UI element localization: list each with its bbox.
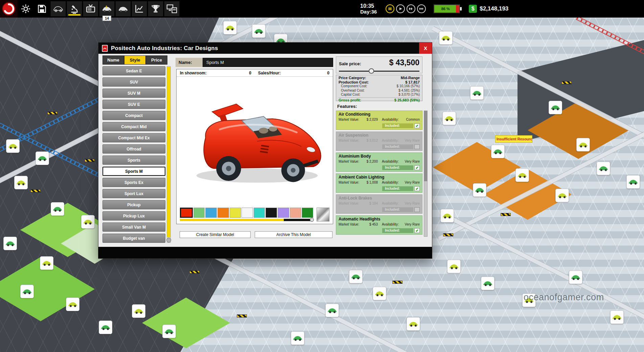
vehicles-button[interactable] bbox=[115, 1, 131, 17]
body-type-sports-ex[interactable]: Sports Ex bbox=[102, 178, 165, 187]
fastest-button[interactable] bbox=[417, 4, 426, 13]
body-type-small-van-m[interactable]: Small Van M bbox=[102, 222, 165, 232]
body-type-offroad[interactable]: Offroad bbox=[102, 144, 165, 154]
create-similar-model-button[interactable]: Create Similar Model bbox=[180, 231, 251, 238]
body-list-scrollbar[interactable] bbox=[167, 66, 171, 243]
factory-vehicle-tile[interactable] bbox=[626, 175, 640, 189]
body-type-compact-mid[interactable]: Compact Mid bbox=[102, 122, 165, 131]
body-type-suv-e[interactable]: SUV E bbox=[102, 100, 165, 109]
paint-swatch-1[interactable] bbox=[193, 208, 205, 218]
stats-button[interactable] bbox=[132, 1, 147, 17]
tab-name[interactable]: Name bbox=[102, 55, 124, 65]
displays-button[interactable] bbox=[164, 1, 180, 17]
tab-style[interactable]: Style bbox=[124, 55, 146, 65]
factory-vehicle-tile[interactable] bbox=[81, 215, 95, 229]
factory-vehicle-tile[interactable] bbox=[40, 256, 53, 270]
paint-swatch-2[interactable] bbox=[205, 208, 217, 218]
close-button[interactable]: X bbox=[419, 43, 432, 54]
paint-swatch-4[interactable] bbox=[230, 208, 241, 218]
factory-vehicle-tile[interactable] bbox=[442, 112, 456, 125]
paint-slider-knob[interactable] bbox=[310, 218, 314, 222]
factory-vehicle-tile[interactable] bbox=[610, 310, 624, 324]
factory-vehicle-tile[interactable] bbox=[3, 237, 17, 250]
app-logo-icon[interactable] bbox=[0, 0, 18, 18]
factory-vehicle-tile[interactable] bbox=[36, 151, 49, 165]
paint-swatch-8[interactable] bbox=[278, 208, 289, 218]
factory-vehicle-tile[interactable] bbox=[51, 202, 64, 216]
sale-price-slider[interactable] bbox=[339, 71, 419, 72]
car-design-button[interactable] bbox=[50, 1, 66, 17]
factory-vehicle-tile[interactable] bbox=[252, 24, 266, 38]
body-type-sedan-e[interactable]: Sedan E bbox=[102, 66, 165, 75]
body-type-compact[interactable]: Compact bbox=[102, 111, 165, 120]
factory-vehicle-tile[interactable] bbox=[99, 321, 112, 334]
save-button[interactable] bbox=[34, 1, 50, 17]
factory-vehicle-tile[interactable] bbox=[470, 86, 484, 100]
factory-vehicle-tile[interactable] bbox=[440, 209, 454, 222]
stats-row: In showroom: 0 Sales/Hour: 0 bbox=[177, 69, 333, 77]
paint-slider[interactable] bbox=[180, 219, 313, 221]
features-scrollbar[interactable] bbox=[424, 111, 428, 237]
feature-included-checkbox[interactable]: ✔ bbox=[414, 186, 420, 191]
paint-swatch-3[interactable] bbox=[217, 208, 229, 218]
factory-vehicle-tile[interactable] bbox=[20, 285, 34, 298]
showroom-button[interactable]: $14 bbox=[99, 1, 115, 17]
factory-vehicle-tile[interactable] bbox=[515, 168, 529, 182]
feature-included-checkbox[interactable]: ✔ bbox=[414, 165, 420, 170]
research-button[interactable] bbox=[67, 1, 82, 17]
paint-swatch-9[interactable] bbox=[290, 208, 301, 218]
paint-swatch-10[interactable] bbox=[302, 208, 313, 218]
factory-vehicle-tile[interactable] bbox=[325, 304, 339, 317]
paint-swatch-6[interactable] bbox=[254, 208, 265, 218]
archive-model-button[interactable]: Archive This Model bbox=[255, 231, 332, 238]
settings-button[interactable] bbox=[18, 1, 33, 17]
sale-price-slider-knob[interactable] bbox=[369, 68, 374, 74]
tab-price[interactable]: Price bbox=[146, 55, 167, 65]
body-type-suv[interactable]: SUV bbox=[102, 77, 165, 87]
body-type-suv-m[interactable]: SUV M bbox=[102, 89, 165, 98]
factory-vehicle-tile[interactable] bbox=[491, 145, 505, 158]
pause-button[interactable] bbox=[386, 4, 394, 13]
marketing-button[interactable] bbox=[83, 1, 98, 17]
factory-vehicle-tile[interactable] bbox=[291, 331, 304, 345]
feature-included-checkbox[interactable]: ✔ bbox=[414, 123, 420, 128]
factory-vehicle-tile[interactable] bbox=[473, 183, 486, 197]
factory-vehicle-tile[interactable] bbox=[349, 270, 363, 283]
factory-vehicle-tile[interactable] bbox=[481, 277, 495, 290]
scrollbar-knob[interactable] bbox=[166, 238, 171, 242]
achievements-button[interactable] bbox=[148, 1, 163, 17]
model-name-input[interactable] bbox=[203, 58, 333, 67]
paint-swatch-5[interactable] bbox=[242, 208, 253, 218]
body-type-compact-mid-ex[interactable]: Compact Mid Ex bbox=[102, 133, 165, 142]
factory-vehicle-tile[interactable] bbox=[576, 138, 590, 151]
body-type-budget-van[interactable]: Budget van bbox=[102, 234, 165, 243]
features-scrollbar-thumb[interactable] bbox=[424, 111, 427, 181]
factory-vehicle-tile[interactable] bbox=[439, 31, 453, 45]
factory-vehicle-tile[interactable] bbox=[162, 325, 176, 338]
factory-vehicle-tile[interactable] bbox=[597, 162, 610, 175]
fast-forward-button[interactable] bbox=[407, 4, 415, 13]
feature-included-checkbox[interactable] bbox=[414, 144, 420, 149]
factory-vehicle-tile[interactable] bbox=[555, 189, 569, 202]
factory-vehicle-tile[interactable] bbox=[407, 317, 420, 331]
play-button[interactable] bbox=[396, 4, 405, 13]
feature-included-checkbox[interactable] bbox=[414, 207, 420, 212]
factory-vehicle-tile[interactable] bbox=[6, 139, 20, 153]
body-type-sports-m[interactable]: Sports M bbox=[102, 167, 165, 176]
factory-vehicle-tile[interactable] bbox=[569, 271, 582, 284]
body-type-pickup-lux[interactable]: Pickup Lux bbox=[102, 211, 165, 220]
body-type-sport-lux[interactable]: Sport Lux bbox=[102, 189, 165, 198]
factory-vehicle-tile[interactable] bbox=[66, 298, 79, 311]
factory-vehicle-tile[interactable] bbox=[549, 101, 562, 114]
body-type-pickup[interactable]: Pickup bbox=[102, 200, 165, 209]
paint-swatch-7[interactable] bbox=[266, 208, 277, 218]
factory-vehicle-tile[interactable] bbox=[373, 287, 386, 300]
feature-included-checkbox[interactable]: ✔ bbox=[414, 228, 420, 233]
metallic-paint-swatch[interactable] bbox=[317, 208, 329, 221]
factory-vehicle-tile[interactable] bbox=[447, 260, 461, 273]
factory-vehicle-tile[interactable] bbox=[223, 21, 237, 34]
factory-vehicle-tile[interactable] bbox=[132, 304, 145, 318]
factory-vehicle-tile[interactable] bbox=[14, 176, 28, 189]
body-type-sports[interactable]: Sports bbox=[102, 156, 165, 165]
paint-swatch-0[interactable] bbox=[180, 208, 193, 218]
